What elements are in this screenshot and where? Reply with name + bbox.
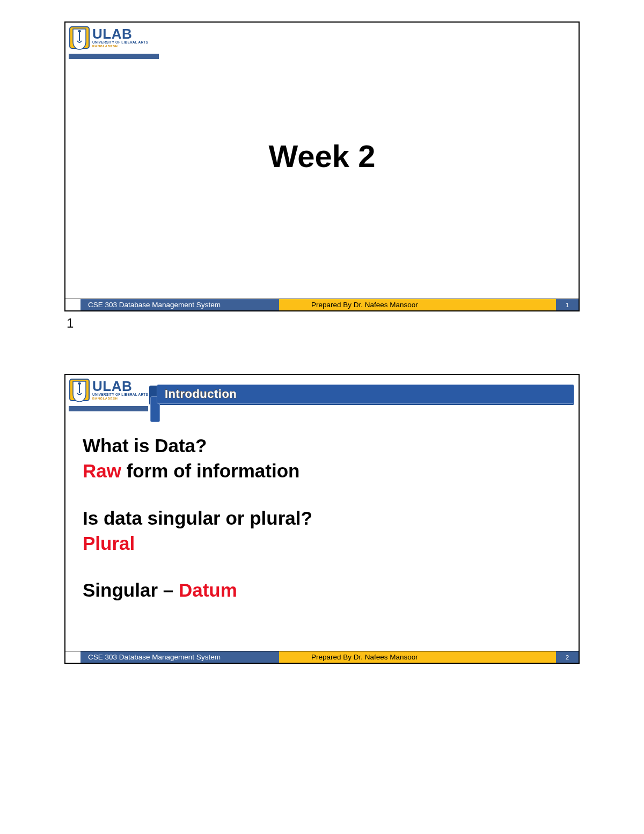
logo-country: BANGLADESH	[92, 397, 148, 400]
logo-underline	[69, 54, 159, 59]
logo-subtitle: UNIVERSITY OF LIBERAL ARTS	[92, 41, 148, 45]
footer-prepared: Prepared By Dr. Nafees Mansoor	[279, 299, 556, 310]
body-line-3: Is data singular or plural?	[83, 505, 561, 531]
logo-country: BANGLADESH	[92, 45, 148, 48]
highlight-datum: Datum	[179, 579, 237, 600]
logo-name: ULAB	[92, 379, 148, 393]
body-line-2b: form of information	[121, 460, 299, 481]
slide-body: What is Data? Raw form of information Is…	[83, 433, 561, 603]
footer-course: CSE 303 Database Management System	[80, 299, 279, 310]
highlight-plural: Plural	[83, 531, 561, 556]
body-line-1: What is Data?	[83, 433, 561, 458]
body-line-2: Raw form of information	[83, 458, 561, 483]
logo-underline	[69, 406, 148, 411]
body-line-5: Singular – Datum	[83, 577, 561, 603]
shield-icon	[69, 378, 90, 404]
body-line-5a: Singular –	[83, 579, 179, 600]
ulab-logo: ULAB UNIVERSITY OF LIBERAL ARTS BANGLADE…	[69, 378, 148, 404]
section-banner: Introduction	[149, 385, 574, 410]
slide-title: Week 2	[65, 138, 579, 174]
logo-subtitle: UNIVERSITY OF LIBERAL ARTS	[92, 393, 148, 397]
ulab-logo: ULAB UNIVERSITY OF LIBERAL ARTS BANGLADE…	[69, 26, 148, 52]
shield-icon	[69, 26, 90, 52]
handout-number-1: 1	[64, 316, 580, 331]
footer-page-number: 2	[556, 651, 579, 663]
slide-footer: CSE 303 Database Management System Prepa…	[65, 651, 579, 663]
slide-2: ULAB UNIVERSITY OF LIBERAL ARTS BANGLADE…	[64, 374, 580, 664]
footer-page-number: 1	[556, 299, 579, 310]
section-title: Introduction	[165, 387, 237, 401]
footer-prepared: Prepared By Dr. Nafees Mansoor	[279, 651, 556, 663]
logo-name: ULAB	[92, 27, 148, 41]
footer-course: CSE 303 Database Management System	[80, 651, 279, 663]
slide-1: ULAB UNIVERSITY OF LIBERAL ARTS BANGLADE…	[64, 21, 580, 311]
slide-footer: CSE 303 Database Management System Prepa…	[65, 299, 579, 310]
svg-point-1	[78, 30, 81, 32]
highlight-raw: Raw	[83, 460, 121, 481]
svg-point-3	[78, 382, 81, 385]
